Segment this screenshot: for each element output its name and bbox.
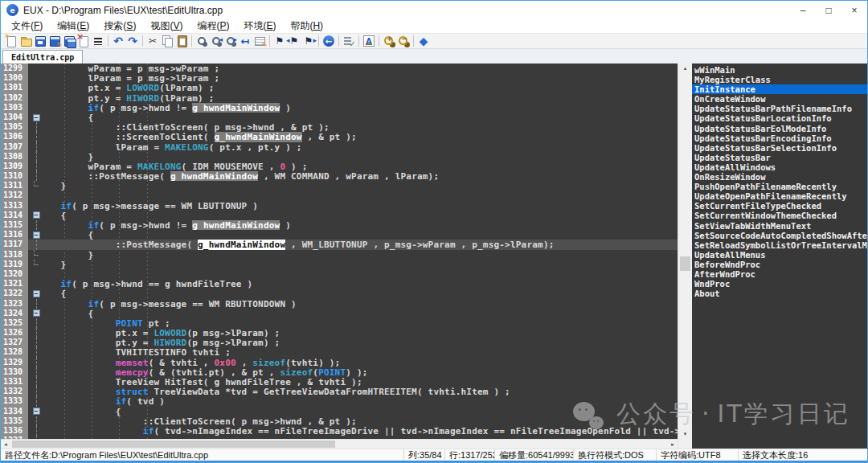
function-list-item[interactable]: About: [692, 289, 867, 298]
function-list-item[interactable]: UpdateStatusBarEncodingInfo: [692, 133, 867, 143]
line-number[interactable]: 1308: [1, 152, 28, 162]
line-number[interactable]: 1302: [1, 93, 28, 103]
function-list-item[interactable]: MyRegisterClass: [692, 75, 867, 84]
line-number[interactable]: 1330: [1, 367, 28, 377]
menu-help[interactable]: 帮助(H): [283, 19, 330, 33]
replace-button[interactable]: [238, 34, 252, 48]
function-list-item[interactable]: WndProc: [692, 279, 867, 289]
scroll-up-arrow-icon[interactable]: ▲: [678, 64, 692, 73]
tab-editultra-cpp[interactable]: EditUltra.cpp: [2, 50, 83, 64]
find-button[interactable]: [194, 34, 209, 48]
bookmark-toggle-button[interactable]: [272, 34, 287, 48]
menu-edit[interactable]: 编辑(E): [50, 19, 96, 33]
menu-environment[interactable]: 环境(E): [236, 19, 283, 33]
menu-file[interactable]: 文件(F): [4, 19, 50, 33]
copy-button[interactable]: [160, 34, 174, 48]
close-button[interactable]: ×: [841, 1, 867, 19]
syntax-highlight-button[interactable]: [362, 34, 376, 48]
minimize-button[interactable]: –: [790, 1, 816, 19]
zoom-out-button[interactable]: [396, 34, 411, 48]
line-number[interactable]: 1306: [1, 132, 28, 141]
scroll-left-arrow-icon[interactable]: ◄: [1, 440, 10, 449]
undo-button[interactable]: [111, 34, 125, 48]
line-number[interactable]: 1314: [1, 211, 28, 220]
fold-collapse-icon[interactable]: [33, 232, 40, 239]
maximize-button[interactable]: □: [816, 1, 841, 19]
bookmark-next-button[interactable]: [301, 34, 316, 48]
scroll-right-arrow-icon[interactable]: ►: [668, 440, 678, 449]
fold-collapse-icon[interactable]: [33, 290, 40, 297]
function-list-item[interactable]: UpdateAllMenus: [692, 250, 867, 260]
line-number[interactable]: 1335: [1, 416, 28, 426]
line-list-button[interactable]: [342, 34, 356, 48]
line-number[interactable]: 1333: [1, 396, 28, 406]
find-next-button[interactable]: [223, 34, 238, 48]
function-list-item[interactable]: SetSourceCodeAutoCompletedShowAfter: [692, 231, 867, 240]
line-number[interactable]: 1323: [1, 299, 28, 309]
line-number[interactable]: 1303: [1, 103, 28, 113]
line-number[interactable]: 1326: [1, 328, 28, 338]
close-file-button[interactable]: [76, 34, 91, 48]
function-list-item[interactable]: UpdateStatusBarPathFilenameInfo: [692, 104, 867, 113]
function-list-item[interactable]: PushOpenPathFilenameRecently: [692, 182, 867, 191]
line-number[interactable]: 1322: [1, 289, 28, 298]
line-number[interactable]: 1304: [1, 113, 28, 122]
function-list-item[interactable]: SetCurrentWindowThemeChecked: [692, 211, 867, 220]
line-number[interactable]: 1324: [1, 309, 28, 318]
line-number[interactable]: 1317: [1, 240, 28, 249]
line-number[interactable]: 1315: [1, 220, 28, 230]
bookmark-prev-button[interactable]: [287, 34, 301, 48]
function-list-item[interactable]: OnCreateWindow: [692, 94, 867, 104]
line-number[interactable]: 1305: [1, 122, 28, 132]
line-number[interactable]: 1299: [1, 64, 28, 73]
function-list-item[interactable]: InitInstance: [692, 84, 867, 94]
line-number[interactable]: 1337: [1, 436, 28, 439]
cut-button[interactable]: [145, 34, 160, 48]
open-file-button[interactable]: [18, 34, 33, 48]
line-number[interactable]: 1320: [1, 269, 28, 279]
line-number[interactable]: 1311: [1, 181, 28, 191]
horizontal-scroll-track[interactable]: [10, 440, 668, 449]
function-list-item[interactable]: UpdateStatusBarEolModeInfo: [692, 124, 867, 133]
line-number[interactable]: 1329: [1, 358, 28, 367]
line-number[interactable]: 1336: [1, 426, 28, 436]
fold-collapse-icon[interactable]: [33, 408, 40, 415]
function-list-item[interactable]: UpdateOpenPathFilenameRecently: [692, 191, 867, 201]
line-number[interactable]: 1327: [1, 338, 28, 347]
line-number[interactable]: 1310: [1, 171, 28, 181]
menu-search[interactable]: 搜索(S): [96, 19, 143, 33]
function-list-item[interactable]: UpdateStatusBarLocationInfo: [692, 113, 867, 123]
replace-in-files-button[interactable]: [252, 34, 267, 48]
function-list-item[interactable]: OnResizeWindow: [692, 172, 867, 182]
function-list-item[interactable]: AfterWndProc: [692, 269, 867, 279]
save-button[interactable]: [33, 34, 47, 48]
save-all-button[interactable]: [62, 34, 76, 48]
function-list-item[interactable]: UpdateStatusBar: [692, 153, 867, 162]
function-list-item[interactable]: SetViewTabWidthMenuText: [692, 221, 867, 231]
line-number[interactable]: 1331: [1, 377, 28, 387]
horizontal-scrollbar[interactable]: ◄ ►: [1, 439, 678, 449]
fold-collapse-icon[interactable]: [33, 114, 40, 121]
save-as-button[interactable]: [47, 34, 62, 48]
code-editor[interactable]: 1299 wParam = p_msg->wParam ;1300 lParam…: [1, 64, 678, 439]
line-number[interactable]: 1319: [1, 260, 28, 269]
function-list-item[interactable]: SetReloadSymbolListOrTreeIntervalMe: [692, 240, 867, 250]
menu-program[interactable]: 编程(P): [190, 19, 236, 33]
line-number[interactable]: 1307: [1, 142, 28, 152]
fold-collapse-icon[interactable]: [33, 309, 40, 317]
scroll-down-arrow-icon[interactable]: ▼: [678, 429, 692, 439]
line-number[interactable]: 1309: [1, 162, 28, 171]
redo-button[interactable]: [125, 34, 140, 48]
find-prev-button[interactable]: [209, 34, 223, 48]
line-number[interactable]: 1332: [1, 387, 28, 396]
function-list-item[interactable]: BeforeWndProc: [692, 260, 867, 269]
line-number[interactable]: 1325: [1, 318, 28, 328]
line-number[interactable]: 1313: [1, 201, 28, 211]
line-number[interactable]: 1312: [1, 191, 28, 200]
new-file-button[interactable]: [4, 34, 18, 48]
fold-collapse-icon[interactable]: [33, 211, 40, 219]
function-list-item[interactable]: UpdateStatusBarSelectionInfo: [692, 143, 867, 153]
zoom-in-button[interactable]: [382, 34, 396, 48]
function-list-item[interactable]: UpdateAllWindows: [692, 162, 867, 172]
line-number[interactable]: 1334: [1, 407, 28, 416]
